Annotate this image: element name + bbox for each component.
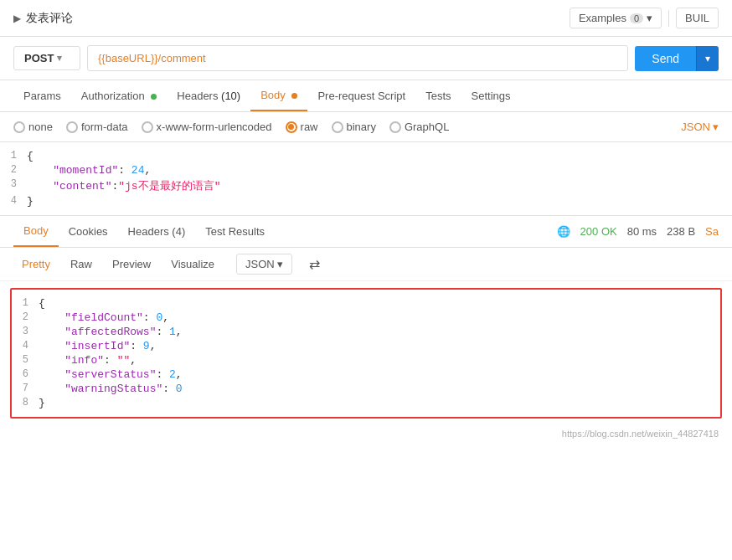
method-chevron-icon: ▾	[57, 53, 62, 64]
resp-format-pretty[interactable]: Pretty	[13, 254, 59, 275]
tab-params[interactable]: Params	[13, 81, 71, 110]
resp-tab-test-results[interactable]: Test Results	[195, 217, 275, 246]
examples-count: 0	[630, 13, 643, 23]
radio-none[interactable]	[13, 121, 25, 133]
option-graphql[interactable]: GraphQL	[389, 121, 449, 133]
divider	[668, 10, 669, 27]
format-selector[interactable]: JSON ▾	[681, 121, 719, 133]
radio-raw[interactable]	[286, 121, 297, 133]
code-line-3: 3 "content":"js不是最好的语言"	[0, 177, 732, 194]
radio-form-data[interactable]	[66, 121, 78, 133]
code-line-1: 1 {	[0, 149, 732, 163]
method-label: POST	[24, 52, 54, 64]
breadcrumb: ▶ 发表评论	[13, 11, 73, 26]
resp-line-6: 6 "serverStatus": 2,	[12, 367, 720, 382]
body-options-bar: none form-data x-www-form-urlencoded raw…	[0, 112, 732, 142]
resp-format-label: JSON	[245, 258, 275, 270]
body-dot	[291, 93, 297, 99]
response-status-info: 🌐 200 OK 80 ms 238 B Sa	[557, 225, 719, 238]
resp-format-selector[interactable]: JSON ▾	[236, 254, 292, 275]
top-bar: ▶ 发表评论 Examples 0 ▾ BUIL	[0, 0, 732, 37]
format-label: JSON	[681, 121, 710, 133]
tab-authorization[interactable]: Authorization	[71, 81, 168, 110]
option-binary[interactable]: binary	[332, 121, 376, 133]
wrap-lines-icon[interactable]: ⇄	[302, 253, 327, 275]
save-response-link[interactable]: Sa	[705, 225, 719, 238]
option-form-data[interactable]: form-data	[66, 121, 128, 133]
tab-tests[interactable]: Tests	[415, 81, 461, 110]
option-raw[interactable]: raw	[286, 121, 318, 133]
url-input[interactable]	[87, 45, 628, 71]
resp-format-visualize[interactable]: Visualize	[162, 254, 223, 275]
status-badge: 200 OK	[580, 225, 617, 238]
tab-pre-request[interactable]: Pre-request Script	[307, 81, 415, 110]
format-chevron-icon: ▾	[713, 121, 719, 133]
radio-binary[interactable]	[332, 121, 343, 133]
resp-tab-headers[interactable]: Headers (4)	[118, 217, 196, 246]
response-body-panel: 1 { 2 "fieldCount": 0, 3 "affectedRows":…	[0, 281, 732, 425]
response-tabs-bar: Body Cookies Headers (4) Test Results 🌐 …	[0, 216, 732, 248]
watermark: https://blog.csdn.net/weixin_44827418	[0, 425, 732, 442]
method-selector[interactable]: POST ▾	[13, 46, 80, 70]
response-time: 80 ms	[627, 225, 657, 238]
expand-arrow[interactable]: ▶	[13, 13, 21, 24]
request-tabs: Params Authorization Headers (10) Body P…	[0, 80, 732, 112]
tab-settings[interactable]: Settings	[461, 81, 521, 110]
examples-label: Examples	[579, 12, 626, 24]
authorization-dot	[151, 94, 157, 100]
send-button[interactable]: Send	[635, 46, 696, 71]
tab-body[interactable]: Body	[250, 80, 307, 111]
resp-tab-body[interactable]: Body	[13, 216, 59, 247]
examples-chevron-icon: ▾	[647, 12, 652, 24]
resp-line-2: 2 "fieldCount": 0,	[12, 311, 720, 325]
resp-line-5: 5 "info": "",	[12, 353, 720, 367]
request-body-editor[interactable]: 1 { 2 "momentId": 24, 3 "content":"js不是最…	[0, 142, 732, 216]
resp-format-raw[interactable]: Raw	[62, 254, 101, 275]
response-format-toolbar: Pretty Raw Preview Visualize JSON ▾ ⇄	[0, 248, 732, 281]
resp-format-chevron-icon: ▾	[277, 258, 283, 270]
send-dropdown-button[interactable]: ▾	[696, 46, 719, 71]
url-bar: POST ▾ Send ▾	[0, 37, 732, 80]
radio-urlencoded[interactable]	[142, 121, 153, 133]
tab-headers[interactable]: Headers (10)	[167, 81, 250, 110]
resp-line-3: 3 "affectedRows": 1,	[12, 325, 720, 339]
top-bar-actions: Examples 0 ▾ BUIL	[570, 8, 719, 28]
collection-title: 发表评论	[26, 11, 73, 26]
code-line-2: 2 "momentId": 24,	[0, 163, 732, 177]
examples-button[interactable]: Examples 0 ▾	[570, 8, 662, 28]
radio-graphql[interactable]	[389, 121, 401, 133]
resp-line-1: 1 {	[12, 296, 720, 311]
resp-line-8: 8 }	[12, 396, 720, 410]
globe-icon: 🌐	[557, 225, 570, 238]
option-urlencoded[interactable]: x-www-form-urlencoded	[142, 121, 272, 133]
build-button[interactable]: BUIL	[676, 8, 719, 28]
option-none[interactable]: none	[13, 121, 53, 133]
response-size: 238 B	[667, 225, 695, 238]
response-code-editor: 1 { 2 "fieldCount": 0, 3 "affectedRows":…	[10, 288, 722, 419]
send-button-group: Send ▾	[635, 46, 719, 71]
resp-format-preview[interactable]: Preview	[104, 254, 159, 275]
resp-line-4: 4 "insertId": 9,	[12, 339, 720, 353]
code-line-4: 4 }	[0, 194, 732, 208]
resp-tab-cookies[interactable]: Cookies	[59, 217, 118, 246]
resp-line-7: 7 "warningStatus": 0	[12, 382, 720, 396]
